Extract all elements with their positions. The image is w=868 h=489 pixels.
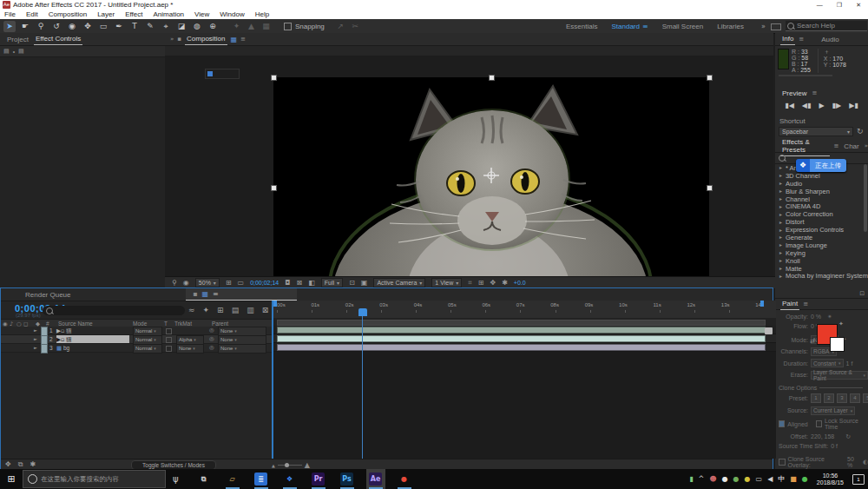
paint-title[interactable]: Paint [780,298,799,310]
menu-item[interactable]: Layer [97,10,115,18]
clock[interactable]: 10:56 2018/8/15 [817,472,844,486]
selection-handle[interactable] [271,75,277,81]
minimize-button[interactable]: — [817,2,823,9]
close-button[interactable]: ✕ [856,2,861,9]
grid-guides-icon[interactable]: ⊞ [226,279,232,287]
erase-dropdown[interactable]: Layer Source & Paint [811,371,868,380]
flowchart-button-icon[interactable]: ✱ [502,279,508,287]
reset-shortcut-icon[interactable]: ↻ [857,127,864,135]
playhead-handle[interactable] [358,308,367,316]
effects-category[interactable]: Color Correction [775,210,868,218]
layer-name-cell[interactable]: ▶▫ ▦ 猫 [56,335,129,343]
preserve-transparency-checkbox[interactable] [166,346,172,352]
tab-effects-presets[interactable]: Effects & Presets [780,136,830,156]
effects-category[interactable]: CINEMA 4D [775,202,868,210]
display-tray-icon[interactable]: ▭ [756,475,763,483]
effects-category[interactable]: Blur & Sharpen [775,188,868,195]
tab-info[interactable]: Info [780,33,795,45]
playhead-line[interactable] [362,316,363,459]
effects-category[interactable]: Channel [775,195,868,203]
shortcut-dropdown[interactable]: Spacebar [779,127,853,136]
volume-tray-icon[interactable]: ◀ [767,475,773,483]
reset-offset-icon[interactable]: ↻ [845,433,851,440]
usb-tray-icon[interactable]: ▮ [689,475,693,483]
dropbox[interactable]: ❖ [280,469,299,489]
work-area-bar[interactable] [277,320,766,326]
comp-marker-bin[interactable] [765,327,773,334]
start-button[interactable]: ⊞ [0,473,23,485]
premiere-pro[interactable]: Pr [309,469,328,489]
layer-name[interactable]: 猫 [66,336,72,342]
preserve-transparency-checkbox[interactable] [166,337,172,343]
expand-layers-icon[interactable]: ✥ [5,460,11,469]
timeline-zoom-slider[interactable]: ▲ ▲ [272,461,310,469]
effects-category[interactable]: Matte [775,265,868,273]
task-view-button[interactable]: ⧉ [194,469,214,489]
zoom-in-mountain-icon[interactable]: ▲ [305,461,310,469]
clone-source-dropdown[interactable]: Current Layer [811,406,855,415]
panel-menu-icon[interactable]: ≡ [812,89,817,96]
clone-source-overlay-checkbox[interactable] [779,459,786,466]
parent-pickwhip-icon[interactable]: ◎ [209,344,214,352]
photoshop[interactable]: Ps [338,469,357,489]
zoom-slider-thumb[interactable] [285,463,289,467]
tab-render-queue[interactable]: Render Queue [25,291,70,299]
tab-composition[interactable]: Composition [185,33,227,45]
type-tool[interactable]: T [128,21,141,32]
pen-tool[interactable]: ✒ [113,21,125,32]
eraser-tool[interactable]: ◪ [175,21,187,32]
always-preview-icon[interactable]: ⚲ [172,279,177,287]
work-area-end-marker[interactable] [760,301,764,307]
magnification-icon[interactable]: ◉ [183,279,189,287]
eyedropper-icon[interactable]: ✦ [838,320,844,327]
pan-behind-tool[interactable]: ✥ [82,21,94,32]
composition-mini-flowchart-icon[interactable]: ≈ [188,306,195,314]
effects-category[interactable]: 3D Channel [775,172,868,180]
tab-effect-controls[interactable]: Effect Controls [34,33,82,45]
overlay-opacity-value[interactable]: 50 % [847,456,860,468]
graph-editor-icon[interactable]: ⊠ [262,306,269,314]
duration-dropdown[interactable]: Constant [811,359,844,367]
track-matte-dropdown[interactable]: None [176,344,204,354]
notification-dot-icon[interactable]: ● [722,475,728,483]
expand-modes-icon[interactable]: ⧉ [18,460,23,469]
offset-value[interactable]: 220, 158 [811,433,834,439]
draft-3d-icon[interactable]: ✦ [203,306,210,314]
help-search[interactable]: Search Help [786,21,867,31]
clone-preset-button[interactable]: 2 [824,393,834,403]
layer-duration-bar[interactable] [277,327,766,334]
layer-name-cell[interactable]: ▶▫ ▦ 猫 [56,327,129,334]
panel-menu-icon[interactable]: ≡ [799,36,804,43]
last-frame-button[interactable]: ▶▮ [849,102,858,109]
source-time-shift-value[interactable]: 0 f [831,443,838,449]
selection-handle[interactable] [707,185,713,191]
source-name-header[interactable]: Source Name [58,320,93,327]
effects-category[interactable]: Mocha by Imagineer Systems [775,272,868,280]
workspace-overflow-icon[interactable]: » [761,23,766,30]
panel-menu-icon[interactable]: ≡ [213,290,219,298]
comp-current-time[interactable]: 0;00;02;14 [250,280,279,286]
fast-previews-icon[interactable]: ⊞ [478,279,484,287]
parent-header[interactable]: Parent [212,320,228,327]
zoom-out-mountain-icon[interactable]: ▲ [272,463,275,468]
selection-handle[interactable] [707,75,713,81]
view-layout-dropdown[interactable]: 1 View [431,278,462,287]
exposure-value[interactable]: +0.0 [514,280,526,286]
play-button[interactable]: ▶ [819,102,824,109]
resolution-dropdown[interactable]: Full [321,278,343,287]
clone-preset-button[interactable]: 4 [850,393,860,403]
parent-pickwhip-icon[interactable]: ◎ [209,327,214,334]
camera-tool[interactable]: ◉ [66,21,78,32]
mode-header[interactable]: Mode [133,320,147,327]
effects-category[interactable]: Image Lounge [775,241,868,249]
effects-scrollbar[interactable] [864,164,867,232]
workspace-menu-icon[interactable]: ≡ [642,23,648,30]
windows-search-box[interactable]: 在这里输入你要搜索的内容 [23,470,166,488]
zoom-tool[interactable]: ⚲ [35,21,47,32]
mask-visibility-icon[interactable]: ▭ [238,279,245,287]
microphone-icon[interactable]: ψ [173,474,179,484]
tab-active-composition[interactable]: ▪ ▦ ≡ [186,288,297,301]
preserve-transparency-checkbox[interactable] [166,328,172,334]
effects-category[interactable]: Audio [775,180,868,188]
duration-frames-value[interactable]: 1 f [846,360,853,367]
